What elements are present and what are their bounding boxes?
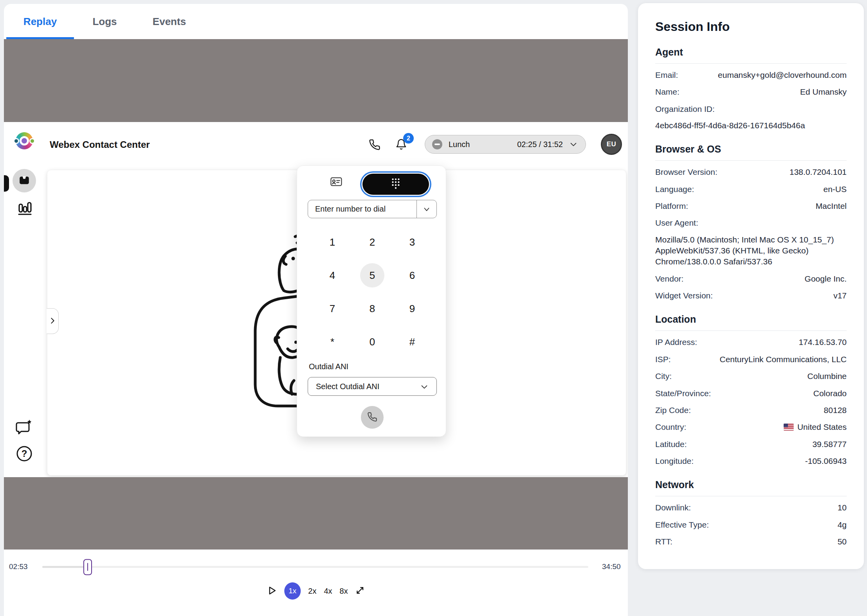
- info-label: State/Province:: [655, 388, 711, 399]
- tab-logs[interactable]: Logs: [72, 4, 137, 39]
- notification-badge: 2: [403, 133, 414, 144]
- svg-text:?: ?: [22, 448, 27, 459]
- info-value: 138.0.7204.101: [789, 167, 847, 178]
- info-row: Organization ID:4ebc486d-ff5f-4d6a-8d26-…: [655, 104, 847, 131]
- keypad-toggle-button[interactable]: [362, 174, 429, 195]
- agent-status-selector[interactable]: Lunch 02:25 / 31:52: [425, 135, 586, 154]
- playback-bar: 02:53 34:50 1x2x4x8x: [4, 550, 628, 616]
- info-row: State/Province:Colorado: [655, 388, 847, 399]
- info-value: en-US: [823, 184, 847, 195]
- info-label: Longitude:: [655, 456, 694, 467]
- outdial-ani-select[interactable]: Select Outdial ANI: [308, 377, 437, 396]
- dialpad-key-8[interactable]: 8: [360, 296, 384, 321]
- dialpad-key-6[interactable]: 6: [400, 263, 424, 287]
- webex-logo-dot: [14, 139, 18, 143]
- speed-4x[interactable]: 4x: [324, 587, 332, 596]
- fullscreen-button[interactable]: [355, 585, 365, 596]
- info-label: Name:: [655, 86, 680, 97]
- tab-bar: ReplayLogsEvents: [4, 4, 628, 39]
- info-value: -105.06943: [805, 456, 847, 467]
- info-row: Language:en-US: [655, 184, 847, 195]
- speed-1x[interactable]: 1x: [284, 582, 301, 600]
- notifications-bell-icon[interactable]: 2: [395, 138, 407, 151]
- info-label: Latitude:: [655, 439, 687, 450]
- replay-player-panel: ReplayLogsEvents Webex Contact Center 2: [4, 4, 628, 616]
- dialpad-key-7[interactable]: 7: [320, 296, 344, 321]
- info-row: Vendor:Google Inc.: [655, 273, 847, 284]
- panel-expander[interactable]: [47, 308, 59, 334]
- section-browser-os: Browser & OSBrowser Version:138.0.7204.1…: [655, 144, 847, 301]
- info-value: 4ebc486d-ff5f-4d6a-8d26-167164d5b46a: [655, 120, 847, 131]
- dialpad-key-0[interactable]: 0: [360, 330, 384, 354]
- info-label: ISP:: [655, 354, 671, 365]
- dial-number-input[interactable]: Enter number to dial: [308, 200, 437, 218]
- timeline-played: [42, 566, 88, 568]
- timeline-scrubber[interactable]: [42, 566, 588, 568]
- info-row: City:Columbine: [655, 371, 847, 382]
- info-row: Longitude:-105.06943: [655, 456, 847, 467]
- clipped-sidebar-icon: [4, 175, 9, 192]
- dialpad-key-star[interactable]: *: [320, 330, 344, 354]
- section-agent: AgentEmail:eumansky+gold@cloverhound.com…: [655, 47, 847, 131]
- scrubber-handle[interactable]: [83, 559, 92, 575]
- info-label: Platform:: [655, 201, 688, 212]
- bar-chart-icon: [17, 211, 32, 217]
- outdial-ani-label: Outdial ANI: [309, 362, 348, 371]
- feedback-button[interactable]: [15, 418, 33, 437]
- dialpad-key-3[interactable]: 3: [400, 230, 424, 254]
- section-network: NetworkDownlink:10Effective Type:4gRTT:5…: [655, 479, 847, 547]
- info-label: Widget Version:: [655, 290, 713, 301]
- sidebar-item-tasks[interactable]: [13, 169, 36, 192]
- phone-icon[interactable]: [369, 139, 380, 152]
- info-label: Browser Version:: [655, 167, 717, 178]
- outdial-ani-placeholder: Select Outdial ANI: [316, 382, 379, 391]
- info-label: Vendor:: [655, 273, 683, 284]
- status-timer: 02:25 / 31:52: [517, 140, 563, 149]
- session-replay-page: ReplayLogsEvents Webex Contact Center 2: [0, 0, 867, 616]
- play-button[interactable]: [267, 585, 277, 597]
- speed-options: 1x2x4x8x: [284, 582, 348, 600]
- contact-card-icon[interactable]: [330, 176, 342, 188]
- tab-events[interactable]: Events: [137, 4, 202, 39]
- speed-2x[interactable]: 2x: [308, 587, 316, 596]
- info-label: Email:: [655, 70, 678, 81]
- dialpad-key-4[interactable]: 4: [320, 263, 344, 287]
- section-location: LocationIP Address:174.16.53.70ISP:Centu…: [655, 314, 847, 467]
- sidebar-item-analytics[interactable]: [17, 199, 32, 217]
- call-button[interactable]: [361, 406, 384, 429]
- info-row: Country:United States: [655, 422, 847, 433]
- dialpad-key-5[interactable]: 5: [360, 263, 384, 287]
- info-row: Name:Ed Umansky: [655, 86, 847, 97]
- app-title: Webex Contact Center: [50, 139, 150, 150]
- avatar[interactable]: EU: [601, 134, 622, 155]
- help-icon: ?: [16, 458, 33, 463]
- current-time: 02:53: [9, 562, 28, 571]
- info-value: 174.16.53.70: [799, 337, 847, 348]
- info-label: Zip Code:: [655, 405, 691, 416]
- input-divider: [416, 200, 417, 218]
- chevron-down-icon[interactable]: [422, 205, 431, 214]
- info-value: MacIntel: [816, 201, 847, 212]
- section-title: Browser & OS: [655, 144, 847, 161]
- section-title: Location: [655, 314, 847, 331]
- dialpad-key-pound[interactable]: #: [400, 330, 424, 354]
- info-row: RTT:50: [655, 536, 847, 547]
- speed-8x[interactable]: 8x: [340, 587, 348, 596]
- info-row: Browser Version:138.0.7204.101: [655, 167, 847, 178]
- info-value: 4g: [838, 519, 847, 530]
- info-label: Effective Type:: [655, 519, 709, 530]
- info-value: 80128: [824, 405, 847, 416]
- info-row: Zip Code:80128: [655, 405, 847, 416]
- dialpad-key-1[interactable]: 1: [320, 230, 344, 254]
- info-row: Latitude:39.58777: [655, 439, 847, 450]
- dialpad-key-2[interactable]: 2: [360, 230, 384, 254]
- info-label: Country:: [655, 422, 686, 433]
- tab-replay[interactable]: Replay: [8, 4, 72, 39]
- session-info-panel: Session Info AgentEmail:eumansky+gold@cl…: [638, 3, 864, 569]
- help-button[interactable]: ?: [16, 445, 33, 463]
- total-time: 34:50: [602, 562, 621, 571]
- info-row: Effective Type:4g: [655, 519, 847, 530]
- info-value: Colorado: [813, 388, 847, 399]
- chevron-down-icon: [568, 140, 579, 149]
- dialpad-key-9[interactable]: 9: [400, 296, 424, 321]
